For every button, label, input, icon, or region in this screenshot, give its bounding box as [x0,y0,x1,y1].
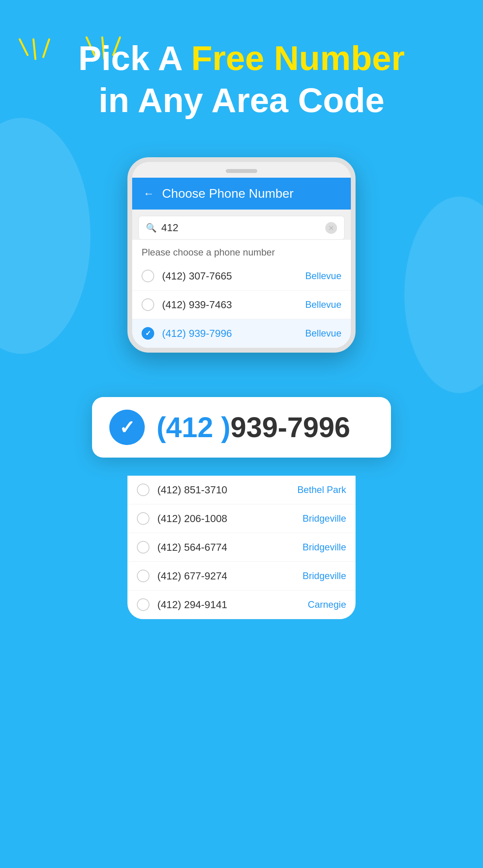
radio-button[interactable] [142,270,154,282]
phone-mockup: ← Choose Phone Number 🔍 412 × Please cho… [127,157,356,353]
callout-number: (412 )939-7996 [157,411,350,443]
phone-number-text: (412) 294-9141 [157,599,300,611]
radio-button[interactable] [137,484,149,496]
radio-button[interactable] [137,598,149,611]
phone-list-item[interactable]: (412) 939-7996Bellevue [132,319,351,348]
phone-number-text: (412) 307-7665 [162,270,297,282]
callout-area-code: (412 ) [157,412,230,443]
bg-decoration-right [404,197,483,393]
city-label: Bridgeville [302,513,346,524]
phone-number-text: (412) 564-6774 [157,541,295,554]
hero-plain-text: Pick A [78,39,191,77]
callout-check-icon: ✓ [119,416,135,438]
phone-list-item[interactable]: (412) 294-9141Carnegie [127,590,356,619]
phone-list-item[interactable]: (412) 677-9274Bridgeville [127,562,356,590]
header-title: Choose Phone Number [162,186,293,201]
phone-number-text: (412) 939-7996 [162,327,297,340]
city-label: Carnegie [308,599,346,610]
city-label: Bellevue [305,270,341,281]
callout-number-rest: 939-7996 [230,412,350,443]
phone-list-bottom: (412) 851-3710Bethel Park(412) 206-1008B… [127,476,356,619]
hero-line2: in Any Area Code [16,81,467,120]
phone-number-text: (412) 851-3710 [157,484,289,496]
bg-decoration-left [0,118,90,354]
back-button[interactable]: ← [143,188,154,200]
city-label: Bethel Park [297,484,346,495]
hero-section: Pick A Free Number in Any Area Code [16,39,467,120]
callout-check-circle: ✓ [109,410,145,445]
radio-button[interactable] [142,327,154,340]
city-label: Bellevue [305,328,341,339]
hero-highlight-text: Free Number [191,39,405,77]
city-label: Bridgeville [302,570,346,581]
phone-list-item[interactable]: (412) 939-7463Bellevue [132,291,351,319]
instruction-text: Please choose a phone number [132,240,351,262]
selected-callout-card: ✓ (412 )939-7996 [92,397,391,458]
phone-list-item[interactable]: (412) 307-7665Bellevue [132,262,351,291]
hero-line1: Pick A Free Number [16,39,467,77]
radio-button[interactable] [137,570,149,582]
search-bar[interactable]: 🔍 412 × [138,216,345,240]
radio-button[interactable] [142,298,154,311]
radio-button[interactable] [137,541,149,554]
phone-number-text: (412) 939-7463 [162,299,297,311]
phone-list-item[interactable]: (412) 564-6774Bridgeville [127,533,356,562]
city-label: Bellevue [305,299,341,310]
phone-speaker [226,169,257,173]
phone-list-item[interactable]: (412) 206-1008Bridgeville [127,504,356,533]
phone-number-text: (412) 677-9274 [157,570,295,582]
radio-button[interactable] [137,512,149,525]
app-header: ← Choose Phone Number [132,178,351,210]
clear-button[interactable]: × [325,222,337,234]
city-label: Bridgeville [302,542,346,553]
search-input[interactable]: 412 [161,222,321,234]
phone-list-top: (412) 307-7665Bellevue(412) 939-7463Bell… [132,262,351,348]
phone-number-text: (412) 206-1008 [157,513,295,525]
search-icon: 🔍 [146,223,157,233]
phone-list-item[interactable]: (412) 851-3710Bethel Park [127,476,356,504]
